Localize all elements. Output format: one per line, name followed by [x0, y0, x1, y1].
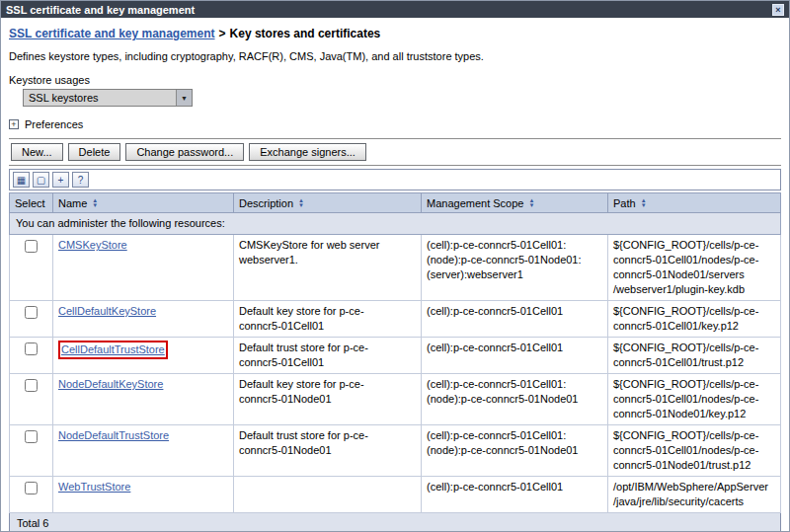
action-button-bar: New... Delete Change password... Exchang… [9, 138, 781, 166]
select-all-icon[interactable]: ▦ [13, 172, 30, 188]
sort-icon[interactable]: ▲▼ [641, 198, 647, 208]
table-icon-toolbar: ▦ ▢ + ? [9, 169, 781, 190]
row-checkbox[interactable] [25, 306, 38, 319]
column-header-name[interactable]: Name▲▼ [53, 193, 234, 213]
change-password-button[interactable]: Change password... [125, 143, 244, 161]
expand-icon[interactable]: + [9, 119, 19, 129]
chevron-down-icon: ▼ [176, 90, 192, 106]
admin-note-row: You can administer the following resourc… [10, 213, 781, 235]
keystore-link-celldefaulttruststore[interactable]: CellDefaultTrustStore [61, 343, 165, 355]
breadcrumb: SSL certificate and key management>Key s… [9, 27, 781, 40]
description-cell: Default trust store for p-ce- conncr5-01… [234, 425, 422, 477]
window-titlebar: SSL certificate and key management × [1, 1, 789, 18]
table-row: WebTrustStore (cell):p-ce-conncr5-01Cell… [10, 477, 781, 513]
sort-icon[interactable]: ▲▼ [92, 198, 98, 208]
description-cell: CMSKeyStore for web server webserver1. [234, 235, 422, 301]
table-header-row: Select Name▲▼ Description▲▼ Management S… [10, 193, 781, 213]
column-header-select: Select [10, 193, 53, 213]
table-row: NodeDefaultTrustStore Default trust stor… [10, 425, 781, 477]
ssl-management-window: SSL certificate and key management × SSL… [0, 0, 790, 532]
description-cell: Default key store for p-ce- conncr5-01Ce… [234, 301, 422, 338]
breadcrumb-link-ssl-management[interactable]: SSL certificate and key management [9, 27, 215, 40]
scope-cell: (cell):p-ce-conncr5-01Cell01: (node):p-c… [422, 235, 608, 301]
path-cell: ${CONFIG_ROOT}/cells/p-ce- conncr5-01Cel… [608, 301, 781, 338]
exchange-signers-button[interactable]: Exchange signers... [249, 143, 366, 161]
table-row: NodeDefaultKeyStore Default key store fo… [10, 374, 781, 425]
scope-cell: (cell):p-ce-conncr5-01Cell01: (node):p-c… [422, 425, 608, 477]
column-header-description[interactable]: Description▲▼ [234, 193, 422, 213]
help-icon[interactable]: ? [72, 172, 89, 188]
keystore-usages-selected-value: SSL keystores [29, 92, 99, 104]
breadcrumb-separator: > [219, 27, 226, 40]
sort-icon[interactable]: ▲▼ [528, 198, 534, 208]
keystore-usages-label: Keystore usages [9, 74, 781, 86]
path-cell: ${CONFIG_ROOT}/cells/p-ce- conncr5-01Cel… [608, 374, 781, 425]
new-button[interactable]: New... [11, 143, 63, 161]
column-header-path[interactable]: Path▲▼ [608, 193, 781, 213]
close-icon[interactable]: × [772, 4, 784, 16]
show-filter-icon[interactable]: + [52, 172, 69, 188]
scope-cell: (cell):p-ce-conncr5-01Cell01: (node):p-c… [422, 374, 608, 425]
path-cell: /opt/IBM/WebSphere/AppServer /java/jre/l… [608, 477, 781, 513]
scope-cell: (cell):p-ce-conncr5-01Cell01 [422, 338, 608, 374]
keystore-link-nodedefaultkeystore[interactable]: NodeDefaultKeyStore [58, 378, 163, 390]
keystore-link-nodedefaulttruststore[interactable]: NodeDefaultTrustStore [58, 429, 169, 441]
description-cell [234, 477, 422, 513]
delete-button[interactable]: Delete [68, 143, 121, 161]
keystore-usages-select[interactable]: SSL keystores ▼ [23, 89, 193, 107]
keystores-table: Select Name▲▼ Description▲▼ Management S… [9, 192, 781, 513]
page-content: SSL certificate and key management>Key s… [1, 18, 789, 531]
path-cell: ${CONFIG_ROOT}/cells/p-ce- conncr5-01Cel… [608, 338, 781, 374]
table-row: CellDefaultTrustStore Default trust stor… [10, 338, 781, 374]
preferences-label[interactable]: Preferences [25, 118, 83, 130]
highlight-box: CellDefaultTrustStore [58, 341, 168, 359]
page-title: Key stores and certificates [230, 27, 381, 40]
row-checkbox[interactable] [25, 430, 38, 443]
preferences-section: + Preferences [9, 118, 781, 130]
admin-note: You can administer the following resourc… [10, 213, 781, 235]
window-title: SSL certificate and key management [6, 4, 195, 16]
table-row: CellDefaultKeyStore Default key store fo… [10, 301, 781, 338]
description-cell: Default key store for p-ce- conncr5-01No… [234, 374, 422, 425]
table-total: Total 6 [9, 513, 781, 531]
description-cell: Default trust store for p-ce- conncr5-01… [234, 338, 422, 374]
deselect-all-icon[interactable]: ▢ [33, 172, 49, 188]
row-checkbox[interactable] [25, 240, 38, 253]
scope-cell: (cell):p-ce-conncr5-01Cell01 [422, 301, 608, 338]
keystore-link-cmskeystore[interactable]: CMSKeyStore [58, 239, 127, 251]
table-row: CMSKeyStore CMSKeyStore for web server w… [10, 235, 781, 301]
sort-icon[interactable]: ▲▼ [298, 198, 304, 208]
page-description: Defines keystore types, including crypto… [9, 50, 781, 62]
row-checkbox[interactable] [25, 379, 38, 392]
row-checkbox[interactable] [25, 482, 38, 494]
keystore-link-celldefaultkeystore[interactable]: CellDefaultKeyStore [58, 305, 156, 317]
path-cell: ${CONFIG_ROOT}/cells/p-ce- conncr5-01Cel… [608, 425, 781, 477]
scope-cell: (cell):p-ce-conncr5-01Cell01 [422, 477, 608, 513]
row-checkbox[interactable] [25, 342, 38, 355]
path-cell: ${CONFIG_ROOT}/cells/p-ce- conncr5-01Cel… [608, 235, 781, 301]
column-header-scope[interactable]: Management Scope▲▼ [422, 193, 608, 213]
keystore-link-webtruststore[interactable]: WebTrustStore [58, 481, 130, 493]
